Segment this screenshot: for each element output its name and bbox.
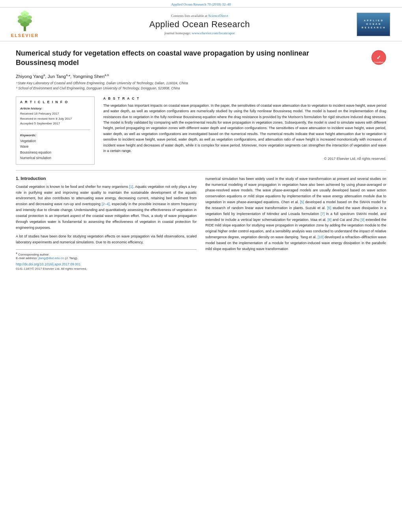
svg-text:✓: ✓ [376, 54, 381, 61]
intro-section-title: 1. Introduction [16, 176, 197, 181]
journal-citation-bar: Applied Ocean Research 70 (2018) 32–40 [0, 0, 402, 7]
journal-homepage-link[interactable]: www.elsevier.com/locate/apor [192, 31, 235, 35]
page-wrapper: Applied Ocean Research 70 (2018) 32–40 E… [0, 0, 402, 532]
section-divider [16, 170, 386, 171]
journal-header: ELSEVIER Contents lists available at Sci… [0, 7, 402, 41]
journal-homepage: journal homepage: www.elsevier.com/locat… [43, 31, 357, 35]
abstract-text: The vegetation has important impacts on … [103, 103, 386, 154]
footnote-star-line: * Corresponding author. [16, 252, 197, 256]
authors: Zhiyong Yanga, Jun Tanga,*, Yongming She… [16, 73, 386, 79]
footnote-area: * Corresponding author. E-mail address: … [16, 249, 197, 271]
affiliations: ᵃ State Key Laboratory of Coastal and Of… [16, 81, 386, 91]
elsevier-logo: ELSEVIER [7, 11, 43, 38]
intro-right-para1: numerical simulation has been widely use… [205, 176, 386, 252]
paper-title-section: Numerical study for vegetation effects o… [16, 48, 386, 69]
svg-point-10 [23, 11, 26, 14]
article-info-heading: A R T I C L E I N F O [20, 100, 90, 104]
article-info-abstract-row: A R T I C L E I N F O Article history: R… [16, 96, 386, 165]
paper-title: Numerical study for vegetation effects o… [16, 48, 339, 68]
email-link[interactable]: jtang@dlut.edu.cn [39, 256, 64, 260]
body-left-col: 1. Introduction Coastal vegetation is kn… [16, 176, 197, 271]
doi-link[interactable]: http://dx.doi.org/10.1016/j.apor.2017.09… [16, 262, 80, 266]
copyright-line: © 2017 Elsevier Ltd. All rights reserved… [103, 157, 386, 161]
footnote-email-line: E-mail address: jtang@dlut.edu.cn (J. Ta… [16, 256, 197, 260]
journal-title: Applied Ocean Research [43, 19, 357, 30]
corresponding-author-label: Corresponding author. [18, 253, 49, 256]
affiliation-a: ᵃ State Key Laboratory of Coastal and Of… [16, 81, 386, 86]
affiliation-b: ᵇ School of Environment and Civil Engine… [16, 86, 386, 91]
ocean-research-logo: A P P L I E D O C E A N R E S E A R C H [357, 13, 390, 36]
keywords-label: Keywords: [20, 133, 90, 138]
body-right-col: numerical simulation has been widely use… [205, 176, 386, 271]
accepted-date: Accepted 5 September 2017 [20, 121, 90, 126]
article-info-box: A R T I C L E I N F O Article history: R… [16, 96, 95, 165]
sciencedirect-link[interactable]: ScienceDirect [208, 14, 228, 18]
keyword-vegetation: Vegetation [20, 138, 90, 144]
body-two-column: 1. Introduction Coastal vegetation is kn… [16, 176, 386, 271]
article-history: Article history: Received 16 February 20… [20, 106, 90, 126]
left-column: A R T I C L E I N F O Article history: R… [16, 96, 95, 165]
keywords-section: Keywords: Vegetation Wave Boussinesq equ… [20, 133, 90, 161]
journal-citation: Applied Ocean Research 70 (2018) 32–40 [171, 2, 231, 6]
keyword-numerical: Numerical simulation [20, 155, 90, 161]
abstract-section: A B S T R A C T The vegetation has impor… [103, 96, 386, 165]
keyword-boussinesq: Boussinesq equation [20, 150, 90, 155]
issn-line: 0141-1187/© 2017 Elsevier Ltd. All right… [16, 267, 197, 271]
keywords-list: Vegetation Wave Boussinesq equation Nume… [20, 138, 90, 161]
info-divider [20, 130, 90, 130]
revised-date: Received in revised form 8 July 2017 [20, 117, 90, 122]
abstract-heading: A B S T R A C T [103, 96, 386, 100]
elsevier-tree-icon [13, 11, 37, 32]
elsevier-label-text: ELSEVIER [11, 33, 39, 38]
journal-center-info: Contents lists available at ScienceDirec… [43, 14, 357, 35]
history-label: Article history: [20, 106, 90, 111]
crossmark-icon: ✓ CrossMark [371, 50, 386, 65]
intro-left-para1: Coastal vegetation is known to be food a… [16, 184, 197, 231]
received-date: Received 16 February 2017 [20, 111, 90, 117]
keyword-wave: Wave [20, 144, 90, 149]
contents-available: Contents lists available at ScienceDirec… [43, 14, 357, 18]
intro-left-para2: A lot of studies have been done for stud… [16, 234, 197, 245]
svg-text:CrossMark: CrossMark [374, 61, 384, 63]
main-content: Numerical study for vegetation effects o… [0, 41, 402, 274]
